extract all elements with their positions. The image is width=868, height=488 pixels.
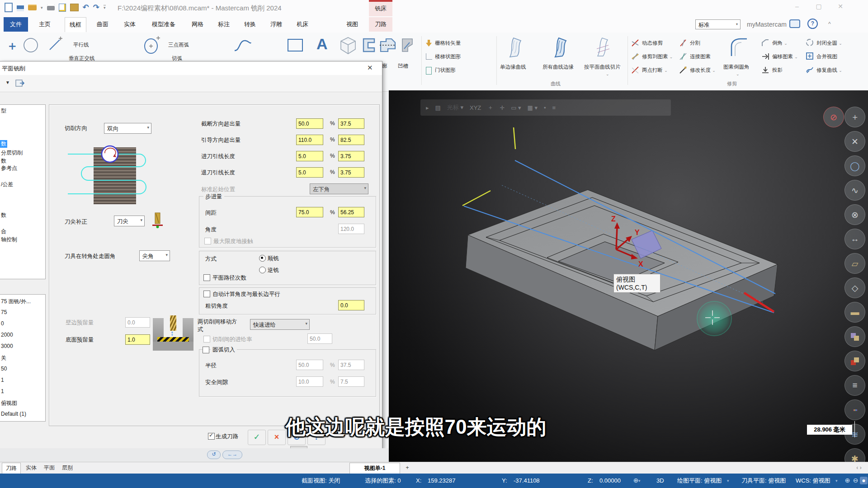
- arc-entry-checkbox[interactable]: [203, 347, 209, 353]
- open-folder-icon[interactable]: [28, 5, 37, 10]
- tab-art[interactable]: 浮雕: [268, 17, 285, 32]
- two-point-break-button[interactable]: 两点打断 ⌄: [642, 67, 668, 74]
- context-tab-mill[interactable]: 铣床: [369, 2, 392, 16]
- tab-home[interactable]: 主页: [36, 17, 53, 32]
- climb-mill-label[interactable]: 顺铣: [268, 255, 279, 263]
- along-overlap-field[interactable]: 110.0: [296, 135, 323, 145]
- circle-center-icon[interactable]: [143, 36, 161, 54]
- raster-to-vector-button[interactable]: 栅格转矢量: [435, 40, 461, 47]
- tab-solid[interactable]: 实体: [121, 17, 138, 32]
- refresh-pill-button[interactable]: ↺: [207, 450, 221, 459]
- across-overlap-field2[interactable]: 37.5: [338, 118, 364, 129]
- new-file-icon[interactable]: [5, 3, 13, 12]
- dialog-dropdown-icon[interactable]: ▼: [5, 80, 10, 85]
- spline-icon[interactable]: [233, 36, 253, 54]
- dialog-tree-item[interactable]: 轴控制: [1, 236, 17, 244]
- dialog-title-bar[interactable]: 平面铣削 ✕: [0, 61, 382, 75]
- plane-icon[interactable]: ▭ ▾: [511, 104, 521, 111]
- door-graphic-button[interactable]: 门状图形: [435, 67, 456, 74]
- curve-slice-icon[interactable]: [593, 35, 611, 59]
- tab-mesh[interactable]: 网格: [189, 17, 206, 32]
- pass-count-checkbox[interactable]: [203, 274, 210, 281]
- entity-fillet-icon[interactable]: [729, 37, 749, 58]
- graphics-viewport[interactable]: Z Y X ▸ ▤ 光标 ▾ XYZ ＋ ✛ ▭ ▾ ▦ ▾ • ≡ 俯视图 (…: [389, 90, 868, 462]
- circle-tool-icon[interactable]: ◯: [844, 155, 865, 176]
- along-overlap-field2[interactable]: 82.5: [338, 135, 364, 145]
- trim-tool-icon[interactable]: ✕: [844, 131, 865, 152]
- dialog-tree-item-selected[interactable]: 数: [0, 140, 7, 148]
- line-tool-icon[interactable]: [47, 36, 63, 52]
- gview-globe-icon[interactable]: ⊕: [632, 477, 640, 484]
- bounding-box-icon[interactable]: [339, 36, 357, 55]
- selection-arrow-icon[interactable]: ▸: [426, 104, 429, 111]
- dialog-page-icon[interactable]: [15, 79, 24, 88]
- undo-icon[interactable]: ↶: [83, 3, 89, 12]
- edit-doc-icon[interactable]: [59, 4, 66, 12]
- dialog-tree-item[interactable]: 数: [1, 211, 6, 219]
- stock-box-icon[interactable]: ▬: [844, 302, 865, 323]
- dialog-tree-item[interactable]: /公差: [1, 181, 13, 188]
- move-between-select[interactable]: 快速进给▾: [250, 319, 310, 330]
- material-icon[interactable]: [844, 351, 865, 371]
- close-full-circle-button[interactable]: 封闭全圆 ⌄: [816, 40, 842, 47]
- sheet-scroll-icons[interactable]: ‹ ›: [853, 463, 865, 473]
- wcs-globe-icon[interactable]: ⊖: [852, 477, 859, 484]
- dialog-close-icon[interactable]: ✕: [367, 64, 373, 72]
- mymastercam-link[interactable]: myMastercam: [747, 21, 787, 28]
- tab-machine[interactable]: 机床: [294, 17, 311, 32]
- project-button[interactable]: 投影: [772, 67, 783, 74]
- conventional-mill-radio[interactable]: [259, 267, 266, 273]
- tab-drafting[interactable]: 标注: [215, 17, 232, 32]
- save-icon[interactable]: [17, 4, 24, 11]
- maximize-button[interactable]: ▢: [812, 3, 826, 10]
- dialog-tree-item[interactable]: 合: [1, 228, 6, 235]
- approach-field2[interactable]: 3.75: [338, 151, 364, 161]
- step-spacing-field2[interactable]: 56.25: [338, 207, 364, 217]
- tip-comp-select[interactable]: 刀尖▾: [114, 216, 145, 226]
- panel-tab-solids[interactable]: 实体: [24, 463, 39, 473]
- minimize-button[interactable]: –: [790, 3, 804, 10]
- conventional-mill-label[interactable]: 逆铣: [268, 267, 279, 274]
- chamfer-button[interactable]: 倒角 ⌄: [772, 40, 788, 47]
- merge-view-button[interactable]: 合并视图: [816, 53, 837, 60]
- style-combo[interactable]: 标准 ▾: [695, 19, 741, 29]
- tab-model-prep[interactable]: 模型准备: [147, 17, 180, 32]
- shaded-sphere-icon[interactable]: ●: [860, 477, 868, 484]
- parallel-line-button[interactable]: 平行线: [73, 42, 89, 48]
- across-overlap-field[interactable]: 50.0: [296, 118, 323, 129]
- close-window-button[interactable]: ✕: [834, 3, 847, 10]
- exit-field[interactable]: 5.0: [296, 167, 323, 178]
- palette-grid-icon[interactable]: ▪▪▪: [844, 399, 865, 420]
- snap-plus-icon[interactable]: ＋: [487, 103, 493, 112]
- open-dropdown-icon[interactable]: ▾: [41, 5, 43, 10]
- dialog-tree-item[interactable]: 型: [1, 107, 6, 115]
- solid-tool-icon[interactable]: ◇: [844, 277, 865, 298]
- add-view-sheet-button[interactable]: +: [404, 463, 411, 473]
- tab-transform[interactable]: 转换: [241, 17, 259, 32]
- section-view-status[interactable]: 截面视图: 关闭: [302, 474, 340, 488]
- offset-entity-button[interactable]: 偏移图素 ⌄: [772, 53, 798, 60]
- wcs-globe-icon[interactable]: ⊕: [844, 477, 851, 484]
- all-curve-edges-button[interactable]: 所有曲线边缘: [542, 64, 574, 70]
- rectangle-tool-icon[interactable]: [288, 39, 303, 52]
- tab-wireframe[interactable]: 线框: [65, 17, 86, 32]
- dot-icon[interactable]: •: [544, 104, 546, 111]
- panel-tab-toolpaths[interactable]: 刀路: [2, 463, 21, 474]
- single-edge-curve-icon[interactable]: [505, 35, 524, 59]
- redo-icon[interactable]: ↷: [93, 3, 99, 12]
- pointer-icon[interactable]: ✛: [500, 104, 505, 111]
- tab-toolpaths[interactable]: 刀路: [369, 17, 392, 32]
- view-sheet-tab[interactable]: 视图单-1: [349, 463, 400, 474]
- dialog-tree-item[interactable]: 数: [1, 157, 6, 165]
- print-icon[interactable]: [47, 5, 55, 10]
- cursor-tool-label[interactable]: 光标 ▾: [447, 103, 463, 112]
- zip-folder-icon[interactable]: [70, 4, 79, 11]
- dynamic-trim-button[interactable]: 动态修剪: [642, 40, 663, 47]
- exit-field2[interactable]: 3.75: [338, 167, 364, 178]
- dialog-tree-item[interactable]: 参考点: [1, 164, 17, 172]
- mode-3d-toggle[interactable]: 3D: [656, 474, 664, 488]
- plane-swap-icon[interactable]: [844, 326, 865, 347]
- fit-width-icon[interactable]: ↔: [844, 229, 865, 249]
- curve-slice-dropdown-icon[interactable]: ⌄: [606, 71, 609, 76]
- curve-slice-button[interactable]: 按平面曲线切片: [584, 64, 621, 70]
